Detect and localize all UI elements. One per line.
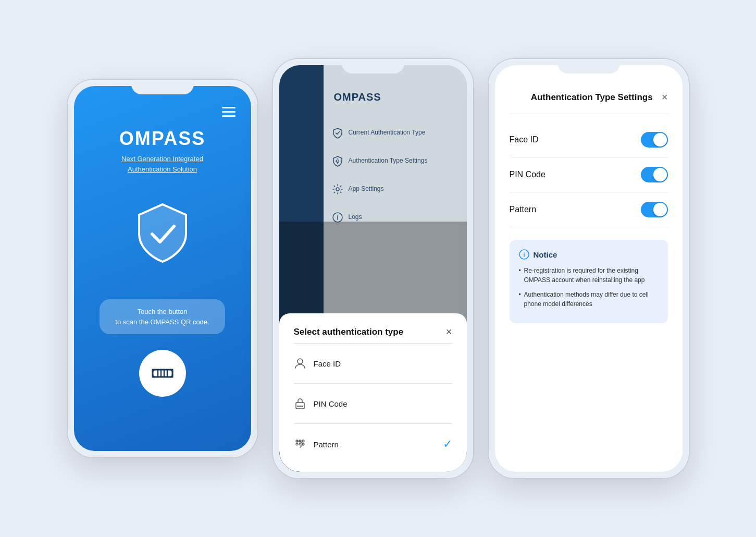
nav-item-label: Current Authentication Type (349, 129, 426, 137)
qr-hint-box: Touch the button to scan the OMPASS QR c… (100, 299, 225, 334)
nav-items-list: Current Authentication Type (324, 114, 467, 237)
phone1-notch (131, 80, 194, 94)
phone3-content: Authentication Type Settings × Face ID P… (495, 65, 683, 472)
svg-rect-0 (153, 370, 172, 377)
phone1-frame: OMPASS Next Generation Integrated Authen… (68, 80, 257, 457)
svg-point-10 (336, 188, 339, 191)
phone3-notch (557, 59, 620, 74)
modal-divider-2 (294, 383, 452, 384)
pattern-label: Pattern (314, 440, 339, 449)
settings-header: Authentication Type Settings × (510, 91, 668, 103)
screens-container: OMPASS Next Generation Integrated Authen… (47, 38, 710, 499)
pin-icon (294, 397, 306, 410)
menu-line-2 (222, 111, 236, 113)
notice-box: Notice Re-registration is required for t… (510, 240, 668, 323)
face-id-label: Face ID (314, 359, 341, 368)
auth-type-modal: Select authentication type × Face ID (279, 313, 467, 472)
pattern-row: Pattern (510, 192, 668, 227)
face-id-icon (294, 357, 306, 370)
pattern-check-icon: ✓ (443, 437, 452, 451)
pattern-row-label: Pattern (510, 205, 537, 214)
settings-header-divider (510, 114, 668, 114)
face-id-row-label: Face ID (510, 135, 539, 144)
phone3-frame: Authentication Type Settings × Face ID P… (489, 59, 689, 478)
nav-item-current-auth[interactable]: Current Authentication Type (324, 119, 467, 147)
notice-title: Notice (534, 250, 557, 259)
phone1-screen: OMPASS Next Generation Integrated Authen… (74, 86, 251, 451)
svg-point-27 (524, 252, 525, 253)
svg-point-13 (337, 215, 338, 216)
info-circle-icon (519, 249, 529, 260)
modal-title: Select authentication type (294, 327, 404, 337)
qr-icon (150, 360, 176, 386)
pattern-toggle[interactable] (641, 202, 668, 217)
settings-shield-icon (332, 155, 343, 167)
pin-code-toggle[interactable] (641, 167, 668, 182)
modal-item-pin[interactable]: PIN Code (294, 389, 452, 418)
qr-scan-button[interactable] (139, 350, 186, 397)
settings-title: Authentication Type Settings (522, 92, 662, 103)
modal-divider-1 (294, 343, 452, 344)
modal-close-button[interactable]: × (446, 326, 452, 338)
notice-header: Notice (519, 249, 659, 260)
settings-close-button[interactable]: × (662, 91, 668, 103)
modal-divider-3 (294, 423, 452, 424)
phone1-content: OMPASS Next Generation Integrated Authen… (74, 86, 251, 451)
shield-icon (131, 200, 194, 268)
svg-point-14 (298, 359, 303, 364)
svg-point-23 (299, 443, 301, 445)
notice-item-1: Re-registration is required for the exis… (519, 266, 659, 285)
svg-point-21 (302, 440, 304, 442)
pin-code-row-label: PIN Code (510, 170, 546, 179)
modal-header: Select authentication type × (294, 326, 452, 338)
modal-item-face-id[interactable]: Face ID (294, 349, 452, 378)
phone2-screen: OMPASS Current Authentication Type (279, 65, 467, 472)
modal-item-pattern[interactable]: Pattern ✓ (294, 429, 452, 459)
face-id-row: Face ID (510, 123, 668, 157)
menu-line-3 (222, 115, 236, 117)
svg-point-5 (336, 160, 339, 163)
phone2-frame: OMPASS Current Authentication Type (273, 59, 473, 478)
shield-check-icon (332, 127, 343, 139)
menu-line-1 (222, 107, 236, 108)
nav-item-label: Authentication Type Settings (349, 157, 428, 165)
pattern-icon (294, 438, 306, 450)
svg-point-22 (296, 443, 298, 445)
app-title: OMPASS (119, 128, 205, 150)
nav-logo: OMPASS (334, 91, 456, 103)
phone3-screen: Authentication Type Settings × Face ID P… (495, 65, 683, 472)
hamburger-menu[interactable] (222, 107, 236, 117)
phone2-notch (342, 59, 404, 74)
nav-item-label: Logs (349, 213, 362, 222)
gear-icon (332, 184, 343, 195)
nav-item-label: App Settings (349, 185, 384, 193)
nav-item-app-settings[interactable]: App Settings (324, 175, 467, 203)
notice-item-2: Authentication methods may differ due to… (519, 290, 659, 309)
face-id-toggle[interactable] (641, 132, 668, 148)
nav-item-auth-settings[interactable]: Authentication Type Settings (324, 147, 467, 175)
app-subtitle: Next Generation Integrated Authenticatio… (121, 154, 203, 174)
pin-code-row: PIN Code (510, 157, 668, 192)
pin-label: PIN Code (314, 399, 348, 408)
